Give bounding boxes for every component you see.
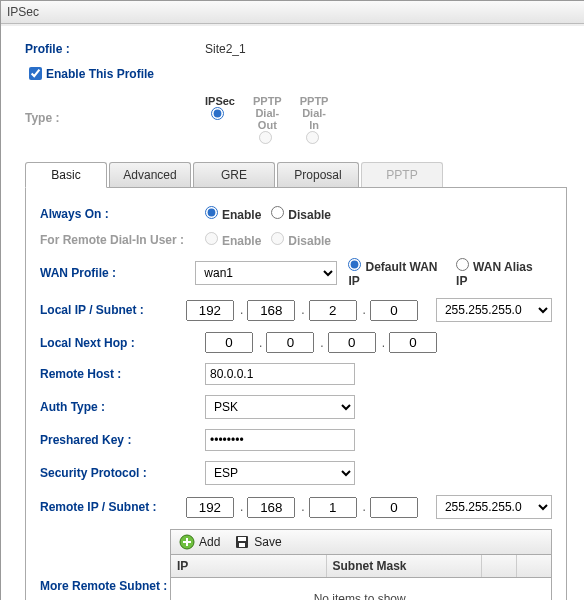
save-button[interactable]: Save xyxy=(234,534,281,550)
tab-gre[interactable]: GRE xyxy=(193,162,275,187)
psk-input[interactable] xyxy=(205,429,355,451)
nexthop-o3[interactable] xyxy=(328,332,376,353)
tab-basic[interactable]: Basic xyxy=(25,162,107,188)
remoteip-label: Remote IP / Subnet : xyxy=(40,500,186,514)
wanprofile-select[interactable]: wan1 xyxy=(195,261,337,285)
tabs: Basic Advanced GRE Proposal PPTP xyxy=(25,162,567,188)
remotedialin-enable: Enable xyxy=(205,232,261,248)
nexthop-label: Local Next Hop : xyxy=(40,336,205,350)
psk-label: Preshared Key : xyxy=(40,433,205,447)
enable-profile-label: Enable This Profile xyxy=(46,67,154,81)
col-mask: Subnet Mask xyxy=(327,555,483,577)
wan-alias-ip[interactable]: WAN Alias IP xyxy=(456,258,542,288)
localip-o2[interactable] xyxy=(247,300,295,321)
remoteip-o1[interactable] xyxy=(186,497,234,518)
remotedialin-disable: Disable xyxy=(271,232,331,248)
more-remote-label: More Remote Subnet : xyxy=(40,529,170,593)
window-title: IPSec xyxy=(1,1,584,24)
basic-pane: Always On : Enable Disable For Remote Di… xyxy=(25,187,567,600)
localip-label: Local IP / Subnet : xyxy=(40,303,186,317)
more-remote-toolbar: Add Save xyxy=(171,530,551,555)
localip-o3[interactable] xyxy=(309,300,357,321)
svg-rect-4 xyxy=(238,537,246,541)
svg-rect-5 xyxy=(239,543,245,547)
enable-profile-input[interactable] xyxy=(29,67,42,80)
wan-default-ip[interactable]: Default WAN IP xyxy=(348,258,446,288)
nexthop-o2[interactable] xyxy=(266,332,314,353)
type-ipsec[interactable]: IPSec xyxy=(205,95,235,120)
type-label: Type : xyxy=(25,95,205,125)
add-icon xyxy=(179,534,195,550)
secproto-select[interactable]: ESP xyxy=(205,461,355,485)
alwayson-label: Always On : xyxy=(40,207,205,221)
localip-mask[interactable]: 255.255.255.0 xyxy=(436,298,552,322)
remotedialin-label: For Remote Dial-In User : xyxy=(40,233,205,247)
remoteip-o2[interactable] xyxy=(247,497,295,518)
nexthop-o1[interactable] xyxy=(205,332,253,353)
alwayson-disable[interactable]: Disable xyxy=(271,206,331,222)
alwayson-enable[interactable]: Enable xyxy=(205,206,261,222)
profile-label: Profile : xyxy=(25,42,205,56)
more-remote-box: Add Save IP Subnet Mask No items to sho xyxy=(170,529,552,600)
enable-profile-checkbox[interactable]: Enable This Profile xyxy=(25,64,154,83)
remoteip-o3[interactable] xyxy=(309,497,357,518)
type-radios: IPSec PPTPDial-Out PPTPDial-In xyxy=(205,95,328,144)
wanprofile-label: WAN Profile : xyxy=(40,266,195,280)
remotehost-input[interactable] xyxy=(205,363,355,385)
profile-value: Site2_1 xyxy=(205,42,246,56)
tab-pptp: PPTP xyxy=(361,162,443,187)
col-ip: IP xyxy=(171,555,327,577)
remotehost-label: Remote Host : xyxy=(40,367,205,381)
more-remote-empty: No items to show. xyxy=(171,578,551,600)
authtype-label: Auth Type : xyxy=(40,400,205,414)
type-pptp-dialin: PPTPDial-In xyxy=(300,95,329,144)
localip-o1[interactable] xyxy=(186,300,234,321)
ipsec-window: IPSec Profile : Site2_1 Enable This Prof… xyxy=(0,0,584,600)
add-button[interactable]: Add xyxy=(179,534,220,550)
authtype-select[interactable]: PSK xyxy=(205,395,355,419)
type-pptp-dialout: PPTPDial-Out xyxy=(253,95,282,144)
remoteip-mask[interactable]: 255.255.255.0 xyxy=(436,495,552,519)
tab-advanced[interactable]: Advanced xyxy=(109,162,191,187)
more-remote-header: IP Subnet Mask xyxy=(171,555,551,578)
nexthop-o4[interactable] xyxy=(389,332,437,353)
secproto-label: Security Protocol : xyxy=(40,466,205,480)
localip-o4[interactable] xyxy=(370,300,418,321)
remoteip-o4[interactable] xyxy=(370,497,418,518)
save-icon xyxy=(234,534,250,550)
tab-proposal[interactable]: Proposal xyxy=(277,162,359,187)
svg-rect-2 xyxy=(183,541,191,543)
content: Profile : Site2_1 Enable This Profile Ty… xyxy=(1,24,584,600)
